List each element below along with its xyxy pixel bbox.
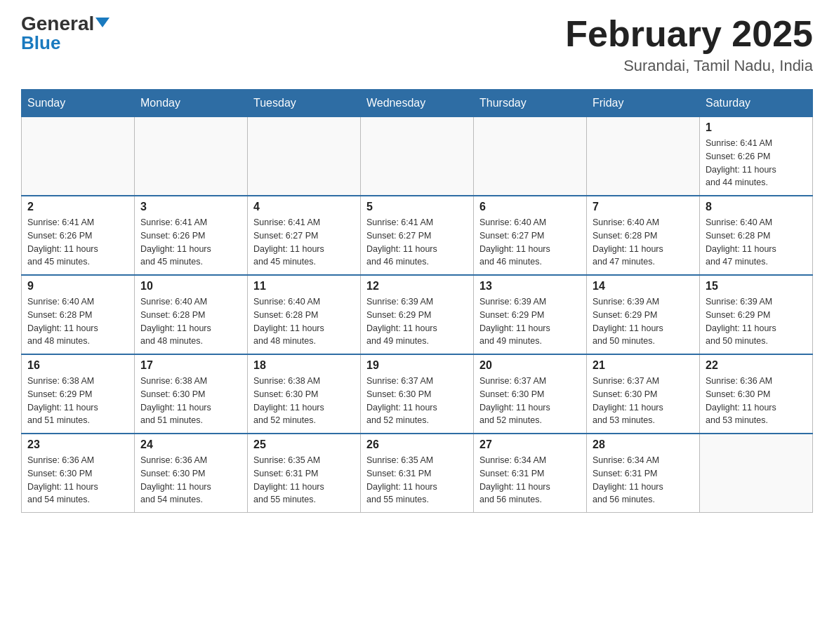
table-row: 12Sunrise: 6:39 AMSunset: 6:29 PMDayligh…	[361, 275, 474, 354]
day-info: Sunrise: 6:34 AMSunset: 6:31 PMDaylight:…	[479, 454, 581, 507]
day-number: 22	[706, 359, 807, 372]
day-number: 12	[366, 280, 468, 293]
table-row	[474, 117, 587, 196]
day-info: Sunrise: 6:41 AMSunset: 6:27 PMDaylight:…	[253, 216, 355, 269]
day-info: Sunrise: 6:36 AMSunset: 6:30 PMDaylight:…	[27, 454, 128, 507]
logo-triangle-icon	[95, 18, 110, 27]
table-row: 21Sunrise: 6:37 AMSunset: 6:30 PMDayligh…	[587, 354, 700, 434]
calendar-week-row: 23Sunrise: 6:36 AMSunset: 6:30 PMDayligh…	[22, 434, 813, 513]
calendar-title-area: February 2025 Surandai, Tamil Nadu, Indi…	[565, 14, 813, 75]
table-row: 11Sunrise: 6:40 AMSunset: 6:28 PMDayligh…	[248, 275, 361, 354]
table-row: 25Sunrise: 6:35 AMSunset: 6:31 PMDayligh…	[248, 434, 361, 513]
day-info: Sunrise: 6:41 AMSunset: 6:26 PMDaylight:…	[140, 216, 241, 269]
day-number: 16	[27, 359, 128, 372]
table-row	[22, 117, 135, 196]
day-info: Sunrise: 6:37 AMSunset: 6:30 PMDaylight:…	[593, 375, 694, 427]
col-wednesday: Wednesday	[361, 90, 474, 117]
day-number: 28	[593, 438, 694, 451]
table-row: 22Sunrise: 6:36 AMSunset: 6:30 PMDayligh…	[700, 354, 813, 434]
day-number: 26	[366, 438, 468, 451]
table-row: 27Sunrise: 6:34 AMSunset: 6:31 PMDayligh…	[474, 434, 587, 513]
table-row: 19Sunrise: 6:37 AMSunset: 6:30 PMDayligh…	[361, 354, 474, 434]
table-row	[135, 117, 248, 196]
day-number: 7	[593, 201, 694, 213]
day-number: 23	[27, 438, 128, 451]
col-thursday: Thursday	[474, 90, 587, 117]
calendar-table: Sunday Monday Tuesday Wednesday Thursday…	[21, 89, 813, 513]
table-row: 3Sunrise: 6:41 AMSunset: 6:26 PMDaylight…	[135, 196, 248, 275]
table-row: 6Sunrise: 6:40 AMSunset: 6:27 PMDaylight…	[474, 196, 587, 275]
day-info: Sunrise: 6:40 AMSunset: 6:28 PMDaylight:…	[253, 295, 355, 348]
day-info: Sunrise: 6:40 AMSunset: 6:28 PMDaylight:…	[706, 216, 807, 269]
day-info: Sunrise: 6:37 AMSunset: 6:30 PMDaylight:…	[366, 375, 468, 427]
day-number: 8	[706, 201, 807, 213]
col-sunday: Sunday	[22, 90, 135, 117]
col-tuesday: Tuesday	[248, 90, 361, 117]
day-info: Sunrise: 6:37 AMSunset: 6:30 PMDaylight:…	[479, 375, 581, 427]
day-number: 17	[140, 359, 241, 372]
calendar-week-row: 9Sunrise: 6:40 AMSunset: 6:28 PMDaylight…	[22, 275, 813, 354]
location-subtitle: Surandai, Tamil Nadu, India	[565, 57, 813, 75]
col-saturday: Saturday	[700, 90, 813, 117]
day-info: Sunrise: 6:40 AMSunset: 6:28 PMDaylight:…	[27, 295, 128, 348]
day-info: Sunrise: 6:41 AMSunset: 6:26 PMDaylight:…	[706, 137, 807, 189]
table-row: 16Sunrise: 6:38 AMSunset: 6:29 PMDayligh…	[22, 354, 135, 434]
logo: General Blue	[21, 14, 110, 54]
day-number: 21	[593, 359, 694, 372]
table-row: 23Sunrise: 6:36 AMSunset: 6:30 PMDayligh…	[22, 434, 135, 513]
day-number: 10	[140, 280, 241, 293]
day-number: 24	[140, 438, 241, 451]
day-info: Sunrise: 6:41 AMSunset: 6:27 PMDaylight:…	[366, 216, 468, 269]
month-title: February 2025	[565, 14, 813, 54]
day-info: Sunrise: 6:39 AMSunset: 6:29 PMDaylight:…	[479, 295, 581, 348]
page-header: General Blue February 2025 Surandai, Tam…	[21, 14, 813, 75]
table-row: 13Sunrise: 6:39 AMSunset: 6:29 PMDayligh…	[474, 275, 587, 354]
day-number: 20	[479, 359, 581, 372]
calendar-week-row: 2Sunrise: 6:41 AMSunset: 6:26 PMDaylight…	[22, 196, 813, 275]
calendar-week-row: 1Sunrise: 6:41 AMSunset: 6:26 PMDaylight…	[22, 117, 813, 196]
day-info: Sunrise: 6:34 AMSunset: 6:31 PMDaylight:…	[593, 454, 694, 507]
table-row	[587, 117, 700, 196]
day-number: 19	[366, 359, 468, 372]
day-number: 2	[27, 201, 128, 213]
day-number: 5	[366, 201, 468, 213]
day-info: Sunrise: 6:38 AMSunset: 6:29 PMDaylight:…	[27, 375, 128, 427]
day-number: 4	[253, 201, 355, 213]
table-row: 14Sunrise: 6:39 AMSunset: 6:29 PMDayligh…	[587, 275, 700, 354]
day-number: 14	[593, 280, 694, 293]
table-row: 5Sunrise: 6:41 AMSunset: 6:27 PMDaylight…	[361, 196, 474, 275]
table-row	[700, 434, 813, 513]
day-number: 6	[479, 201, 581, 213]
table-row: 10Sunrise: 6:40 AMSunset: 6:28 PMDayligh…	[135, 275, 248, 354]
day-info: Sunrise: 6:41 AMSunset: 6:26 PMDaylight:…	[27, 216, 128, 269]
table-row: 1Sunrise: 6:41 AMSunset: 6:26 PMDaylight…	[700, 117, 813, 196]
table-row: 15Sunrise: 6:39 AMSunset: 6:29 PMDayligh…	[700, 275, 813, 354]
day-number: 27	[479, 438, 581, 451]
table-row: 24Sunrise: 6:36 AMSunset: 6:30 PMDayligh…	[135, 434, 248, 513]
day-info: Sunrise: 6:39 AMSunset: 6:29 PMDaylight:…	[366, 295, 468, 348]
table-row: 4Sunrise: 6:41 AMSunset: 6:27 PMDaylight…	[248, 196, 361, 275]
table-row: 18Sunrise: 6:38 AMSunset: 6:30 PMDayligh…	[248, 354, 361, 434]
day-info: Sunrise: 6:38 AMSunset: 6:30 PMDaylight:…	[253, 375, 355, 427]
table-row	[248, 117, 361, 196]
day-number: 9	[27, 280, 128, 293]
day-number: 1	[706, 121, 807, 134]
day-info: Sunrise: 6:36 AMSunset: 6:30 PMDaylight:…	[140, 454, 241, 507]
logo-blue: Blue	[21, 32, 60, 54]
day-number: 11	[253, 280, 355, 293]
day-number: 3	[140, 201, 241, 213]
table-row: 26Sunrise: 6:35 AMSunset: 6:31 PMDayligh…	[361, 434, 474, 513]
table-row: 20Sunrise: 6:37 AMSunset: 6:30 PMDayligh…	[474, 354, 587, 434]
day-info: Sunrise: 6:35 AMSunset: 6:31 PMDaylight:…	[253, 454, 355, 507]
table-row: 28Sunrise: 6:34 AMSunset: 6:31 PMDayligh…	[587, 434, 700, 513]
col-monday: Monday	[135, 90, 248, 117]
day-info: Sunrise: 6:38 AMSunset: 6:30 PMDaylight:…	[140, 375, 241, 427]
logo-general: General	[21, 14, 110, 34]
day-number: 15	[706, 280, 807, 293]
table-row: 8Sunrise: 6:40 AMSunset: 6:28 PMDaylight…	[700, 196, 813, 275]
day-number: 25	[253, 438, 355, 451]
calendar-header-row: Sunday Monday Tuesday Wednesday Thursday…	[22, 90, 813, 117]
day-info: Sunrise: 6:36 AMSunset: 6:30 PMDaylight:…	[706, 375, 807, 427]
day-info: Sunrise: 6:35 AMSunset: 6:31 PMDaylight:…	[366, 454, 468, 507]
table-row	[361, 117, 474, 196]
